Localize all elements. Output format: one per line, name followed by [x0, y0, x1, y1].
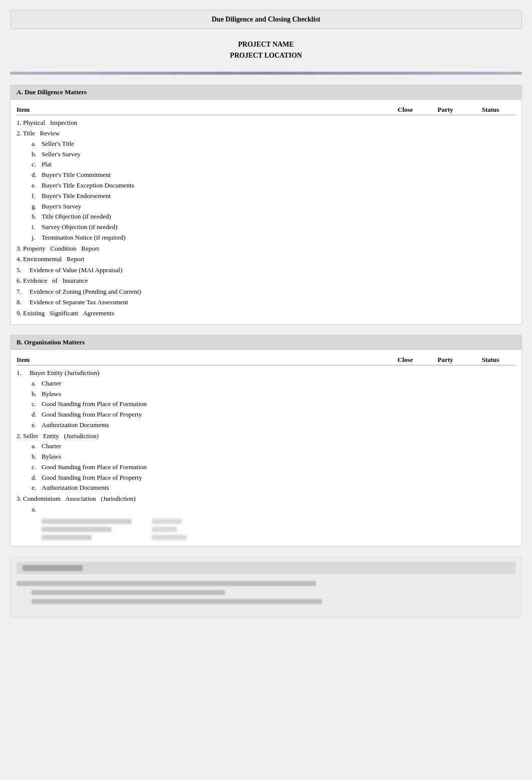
sub-item-2h: h. Title Objection (if needed): [32, 212, 515, 222]
col-close-label: Close: [385, 106, 425, 114]
b-item-2-text: Seller Entity (Jurisdiction): [23, 432, 99, 440]
item-1-text: Physical Inspection: [23, 119, 77, 126]
sub-item-b1a: a. Charter: [32, 378, 515, 389]
item-1-number: 1.: [17, 119, 23, 126]
b-item-3-text: Condominium Association (Jurisdiction): [23, 495, 136, 502]
sub-item-b1d: d. Good Standing from Place of Property: [32, 410, 515, 420]
sub-item-2c: c. Plat: [32, 159, 515, 170]
section-a-item-2: 2. Title Review: [17, 128, 515, 139]
item-4-number: 4.: [17, 255, 23, 263]
section-a-item-1: 1. Physical Inspection: [17, 117, 515, 128]
col-party-label: Party: [425, 106, 465, 114]
b-item-1-number: 1.: [17, 369, 23, 376]
section-b-columns: Item Close Party Status: [17, 354, 515, 365]
section-b-header: B. Organization Matters: [11, 335, 521, 350]
b-item-2-number: 2.: [17, 432, 23, 440]
item-5-number: 5.: [17, 266, 23, 274]
sub-item-b2b: b. Bylaws: [32, 452, 515, 462]
section-b-col-item: Item: [17, 356, 385, 364]
item-6-text: Evidence of Insurance: [23, 277, 88, 284]
col-item-label: Item: [17, 106, 385, 114]
sub-item-2g: g. Buyer's Survey: [32, 202, 515, 212]
section-a-item-4: 4. Environmental Report: [17, 254, 515, 265]
b-item-1-text: Buyer Entity (Jurisdiction): [23, 369, 99, 376]
project-name: PROJECT NAME: [10, 39, 522, 50]
sub-item-b2e: e. Authorization Documents: [32, 483, 515, 493]
section-b-content: Item Close Party Status 1. Buyer Entity …: [11, 350, 521, 545]
item-2-number: 2.: [17, 129, 23, 137]
section-b-item-3: 3. Condominium Association (Jurisdiction…: [17, 493, 515, 504]
item-2-text: Title Review: [23, 129, 60, 137]
section-b-item-2: 2. Seller Entity (Jurisdiction): [17, 431, 515, 442]
page-wrapper: Due Diligence and Closing Checklist PROJ…: [0, 0, 532, 780]
divider: [10, 72, 522, 75]
section-a-item-7: 7. Evidence of Zoning (Pending and Curre…: [17, 286, 515, 297]
section-a-item-3: 3. Property Condition Report: [17, 243, 515, 254]
section-c-blurred: [10, 556, 522, 618]
sub-item-b1b: b. Bylaws: [32, 389, 515, 400]
blurred-b3-content: [42, 519, 515, 540]
blurred-b3-rows: [42, 519, 515, 540]
sub-item-b2a: a. Charter: [32, 441, 515, 452]
sub-item-b1e: e. Authorization Documents: [32, 420, 515, 431]
item-7-text: Evidence of Zoning (Pending and Current): [23, 288, 141, 295]
b-item-1-sub-list: a. Charter b. Bylaws c. Good Standing fr…: [17, 378, 515, 431]
item-3-text: Property Condition Report: [23, 245, 99, 252]
section-a-header: A. Due Diligence Matters: [11, 85, 521, 100]
b-item-3-number: 3.: [17, 495, 23, 502]
sub-item-b2d: d. Good Standing from Place of Property: [32, 473, 515, 483]
section-b-col-status: Status: [465, 356, 515, 364]
section-a-item-5: 5. Evidence of Value (MAI Appraisal): [17, 265, 515, 276]
section-a-item-8: 8. Evidence of Separate Tax Assessment: [17, 297, 515, 308]
b-item-3-sub-list: a.: [17, 504, 515, 515]
sub-item-b2c: c. Good Standing from Place of Formation: [32, 462, 515, 473]
sub-item-2d: d. Buyer's Title Commitment: [32, 170, 515, 180]
section-a-columns: Item Close Party Status: [17, 104, 515, 115]
section-a-content: Item Close Party Status 1. Physical Insp…: [11, 100, 521, 324]
item-7-number: 7.: [17, 288, 23, 295]
item-4-text: Environmental Report: [23, 255, 84, 263]
section-c-header-blurred: [17, 562, 515, 574]
item-8-number: 8.: [17, 298, 23, 306]
section-b-col-party: Party: [425, 356, 465, 364]
sub-item-2a: a. Seller's Title: [32, 139, 515, 149]
header-box: Due Diligence and Closing Checklist: [10, 10, 522, 29]
item-6-number: 6.: [17, 277, 23, 284]
section-b-col-close: Close: [385, 356, 425, 364]
project-location: PROJECT LOCATION: [10, 50, 522, 61]
b-item-2-sub-list: a. Charter b. Bylaws c. Good Standing fr…: [17, 441, 515, 493]
sub-item-b1c: c. Good Standing from Place of Formation: [32, 399, 515, 410]
sub-item-b3a: a.: [32, 504, 515, 515]
sub-item-2i: i. Survey Objection (if needed): [32, 222, 515, 233]
sub-item-2j: j. Termination Notice (if required): [32, 233, 515, 243]
sub-item-2b: b. Seller's Survey: [32, 149, 515, 160]
main-title: Due Diligence and Closing Checklist: [211, 16, 320, 23]
section-b-item-1: 1. Buyer Entity (Jurisdiction): [17, 367, 515, 378]
section-b: B. Organization Matters Item Close Party…: [10, 335, 522, 546]
item-9-number: 9.: [17, 309, 23, 317]
section-a: A. Due Diligence Matters Item Close Part…: [10, 85, 522, 325]
section-a-item-6: 6. Evidence of Insurance: [17, 275, 515, 286]
item-3-number: 3.: [17, 245, 23, 252]
item-8-text: Evidence of Separate Tax Assessment: [23, 298, 128, 306]
sub-item-2f: f. Buyer's Title Endorsement: [32, 191, 515, 202]
col-status-label: Status: [465, 106, 515, 114]
item-2-sub-list: a. Seller's Title b. Seller's Survey c. …: [17, 139, 515, 243]
item-5-text: Evidence of Value (MAI Appraisal): [23, 266, 122, 274]
section-a-item-9: 9. Existing Significant Agreements: [17, 308, 515, 319]
project-info: PROJECT NAME PROJECT LOCATION: [10, 39, 522, 62]
sub-item-2e: e. Buyer's Title Exception Documents: [32, 180, 515, 191]
item-9-text: Existing Significant Agreements: [23, 309, 114, 317]
